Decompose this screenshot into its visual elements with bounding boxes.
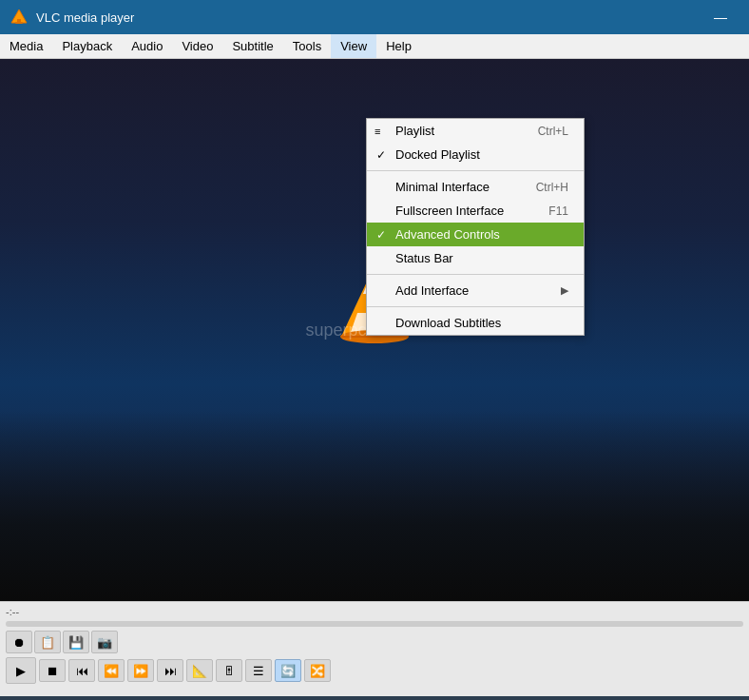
current-time: -:-- bbox=[6, 606, 19, 617]
docked-playlist-label: Docked Playlist bbox=[395, 147, 480, 162]
menu-item-status-bar[interactable]: Status Bar bbox=[367, 246, 584, 270]
fullscreen-interface-label: Fullscreen Interface bbox=[395, 204, 504, 218]
camera-button[interactable]: 📷 bbox=[91, 631, 118, 653]
menu-item-fullscreen-interface[interactable]: Fullscreen Interface F11 bbox=[367, 199, 584, 223]
menu-item-add-interface[interactable]: Add Interface ▶ bbox=[367, 279, 584, 302]
vlc-icon bbox=[10, 8, 29, 27]
play-button[interactable]: ▶ bbox=[6, 657, 36, 684]
separator-2 bbox=[367, 274, 584, 275]
playlist-icon: ≡ bbox=[374, 126, 380, 137]
menu-playback[interactable]: Playback bbox=[52, 34, 122, 58]
rewind-button[interactable]: ⏪ bbox=[98, 659, 125, 682]
advanced-controls-check: ✓ bbox=[376, 228, 386, 242]
minimal-interface-label: Minimal Interface bbox=[395, 180, 490, 194]
view-dropdown-menu: ≡ Playlist Ctrl+L ✓ Docked Playlist Mini… bbox=[366, 118, 585, 336]
prev-button[interactable]: ⏮ bbox=[68, 659, 95, 682]
menu-help[interactable]: Help bbox=[376, 34, 421, 58]
window-title: VLC media player bbox=[36, 10, 701, 25]
menu-item-advanced-controls[interactable]: ✓ Advanced Controls bbox=[367, 223, 584, 246]
separator-1 bbox=[367, 170, 584, 171]
playlist-label: Playlist bbox=[395, 124, 434, 138]
menu-video[interactable]: Video bbox=[172, 34, 222, 58]
shuffle-button[interactable]: 🔀 bbox=[304, 659, 331, 682]
menu-item-playlist[interactable]: ≡ Playlist Ctrl+L bbox=[367, 119, 584, 143]
menu-item-docked-playlist[interactable]: ✓ Docked Playlist bbox=[367, 143, 584, 166]
docked-playlist-check: ✓ bbox=[376, 148, 386, 162]
stop-button[interactable]: ⏹ bbox=[39, 659, 66, 682]
record-button[interactable]: ⏺ bbox=[6, 631, 32, 653]
separator-3 bbox=[367, 306, 584, 307]
add-interface-label: Add Interface bbox=[395, 283, 469, 298]
advanced-controls-label: Advanced Controls bbox=[395, 227, 500, 242]
minimal-interface-shortcut: Ctrl+H bbox=[508, 181, 568, 194]
progress-bar[interactable] bbox=[6, 621, 743, 627]
menu-item-minimal-interface[interactable]: Minimal Interface Ctrl+H bbox=[367, 175, 584, 199]
add-interface-arrow: ▶ bbox=[561, 284, 568, 297]
menu-view[interactable]: View bbox=[331, 34, 376, 58]
minimize-button[interactable]: — bbox=[701, 0, 739, 34]
playlist-shortcut: Ctrl+L bbox=[509, 125, 568, 138]
download-subtitles-label: Download Subtitles bbox=[395, 316, 501, 330]
menu-media[interactable]: Media bbox=[0, 34, 52, 58]
time-display: -:-- bbox=[6, 606, 743, 617]
next-button[interactable]: ⏭ bbox=[157, 659, 183, 682]
fullscreen-btn[interactable]: 📐 bbox=[186, 659, 213, 682]
main-controls: ▶ ⏹ ⏮ ⏪ ⏩ ⏭ 📐 🎚 ☰ 🔄 🔀 bbox=[6, 657, 743, 684]
fullscreen-interface-shortcut: F11 bbox=[520, 204, 568, 218]
equalizer-button[interactable]: 🎚 bbox=[216, 659, 242, 682]
fast-forward-button[interactable]: ⏩ bbox=[127, 659, 154, 682]
video-area: superpctricks.com ≡ Playlist Ctrl+L ✓ Do… bbox=[0, 59, 749, 601]
menu-tools[interactable]: Tools bbox=[283, 34, 331, 58]
snapshot-button[interactable]: 📋 bbox=[34, 631, 61, 653]
loop-button[interactable]: 🔄 bbox=[275, 659, 301, 682]
window-controls: — bbox=[701, 0, 739, 34]
save-button[interactable]: 💾 bbox=[63, 631, 89, 653]
menu-bar: Media Playback Audio Video Subtitle Tool… bbox=[0, 34, 749, 59]
secondary-controls: ⏺ 📋 💾 📷 bbox=[6, 631, 743, 653]
playlist-button[interactable]: ☰ bbox=[245, 659, 272, 682]
video-trees bbox=[0, 411, 749, 601]
status-bar-label: Status Bar bbox=[395, 251, 453, 265]
controls-area: -:-- ⏺ 📋 💾 📷 ▶ ⏹ ⏮ ⏪ ⏩ ⏭ 📐 🎚 ☰ 🔄 🔀 bbox=[0, 601, 749, 696]
menu-item-download-subtitles[interactable]: Download Subtitles bbox=[367, 311, 584, 335]
title-bar: VLC media player — bbox=[0, 0, 749, 34]
svg-rect-2 bbox=[15, 22, 23, 24]
menu-subtitle[interactable]: Subtitle bbox=[222, 34, 282, 58]
menu-audio[interactable]: Audio bbox=[122, 34, 172, 58]
